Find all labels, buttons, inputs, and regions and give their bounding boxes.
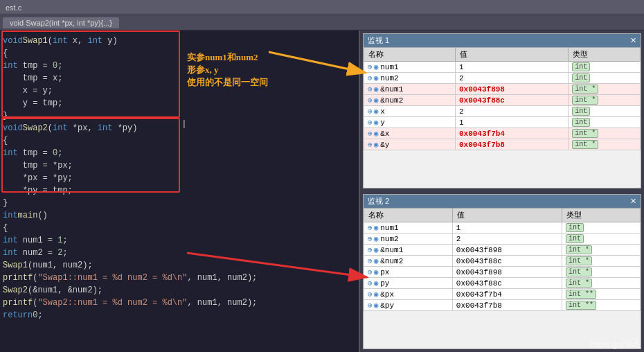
row-icon: ◉ bbox=[374, 85, 379, 94]
table-row: ⊕◉px0x0043f898int * bbox=[364, 267, 641, 278]
watch1-col-name: 名称 bbox=[364, 48, 456, 62]
table-row: ⊕◉num11int bbox=[364, 62, 641, 73]
expand-icon[interactable]: ⊕ bbox=[368, 130, 373, 138]
watch-row-type: int ** bbox=[562, 289, 641, 300]
watch-row-name: ⊕◉&px bbox=[364, 289, 453, 300]
watch-row-value: 2 bbox=[452, 234, 562, 245]
watch-row-type: int * bbox=[562, 245, 641, 256]
watch-row-type: int * bbox=[569, 84, 641, 95]
code-line: *py = tmp; bbox=[3, 184, 356, 197]
expand-icon[interactable]: ⊕ bbox=[368, 141, 373, 149]
code-panel[interactable]: void Swap1(int x, int y) { int tmp = 0; … bbox=[0, 30, 360, 352]
watch-row-value: 2 bbox=[455, 106, 568, 117]
watch2-col-type: 类型 bbox=[562, 209, 641, 222]
table-row: ⊕◉&px0x0043f7b4int ** bbox=[364, 289, 641, 300]
type-badge: int bbox=[566, 223, 584, 232]
watch2-close-icon[interactable]: ✕ bbox=[630, 197, 636, 206]
code-line: y = tmp; bbox=[3, 97, 356, 109]
watch2-title-bar: 监视 2 ✕ bbox=[364, 195, 641, 208]
expand-icon[interactable]: ⊕ bbox=[368, 118, 373, 127]
type-badge: int bbox=[572, 107, 590, 116]
row-icon: ◉ bbox=[374, 301, 379, 310]
watch1-close-icon[interactable]: ✕ bbox=[630, 36, 636, 45]
expand-icon[interactable]: ⊕ bbox=[368, 301, 373, 310]
expand-icon[interactable]: ⊕ bbox=[368, 96, 373, 105]
code-line: *px = *py; bbox=[3, 172, 356, 184]
watch1-title: 监视 1 bbox=[368, 35, 389, 46]
watch1-col-type: 类型 bbox=[569, 48, 641, 62]
expand-icon[interactable]: ⊕ bbox=[368, 235, 373, 243]
watch-row-name: ⊕◉num1 bbox=[364, 222, 453, 234]
table-row: ⊕◉py0x0043f88cint * bbox=[364, 278, 641, 289]
code-line: { bbox=[3, 47, 356, 60]
code-line: { bbox=[3, 134, 356, 147]
watch-row-type: int * bbox=[562, 256, 641, 267]
code-line: tmp = x; bbox=[3, 72, 356, 85]
expand-icon[interactable]: ⊕ bbox=[368, 63, 373, 71]
watch-row-name: ⊕◉&y bbox=[364, 139, 456, 150]
watch-row-name: ⊕◉py bbox=[364, 278, 453, 289]
watch-row-value: 0x0043f88c bbox=[452, 256, 562, 267]
watch-row-type: int bbox=[562, 234, 641, 245]
table-row: ⊕◉&num10x0043f898int * bbox=[364, 245, 641, 256]
watch1-table: 名称 值 类型 ⊕◉num11int⊕◉num22int⊕◉&num10x004… bbox=[364, 47, 641, 188]
code-line: int tmp = 0; bbox=[3, 60, 356, 72]
row-icon: ◉ bbox=[374, 130, 379, 138]
watch-row-value: 1 bbox=[455, 117, 568, 128]
watch-row-type: int * bbox=[569, 95, 641, 106]
type-badge: int ** bbox=[566, 301, 596, 310]
watch-row-value: 0x0043f88c bbox=[455, 95, 568, 106]
watch2-title: 监视 2 bbox=[368, 196, 389, 206]
watch-row-name: ⊕◉num2 bbox=[364, 73, 456, 84]
code-line: void Swap1(int x, int y) bbox=[3, 35, 356, 47]
code-line: int num1 = 1; bbox=[3, 234, 356, 247]
expand-icon[interactable]: ⊕ bbox=[368, 246, 373, 254]
table-row: ⊕◉x2int bbox=[364, 106, 641, 117]
code-line: } bbox=[3, 109, 356, 122]
row-icon: ◉ bbox=[374, 246, 379, 254]
table-row: ⊕◉&num10x0043f898int * bbox=[364, 84, 641, 95]
row-icon: ◉ bbox=[374, 74, 379, 82]
expand-icon[interactable]: ⊕ bbox=[368, 257, 373, 265]
watch-row-type: int * bbox=[562, 278, 641, 289]
watch1-title-bar: 监视 1 ✕ bbox=[364, 34, 641, 47]
watch-row-type: int bbox=[569, 106, 641, 117]
expand-icon[interactable]: ⊕ bbox=[368, 224, 373, 232]
watch-row-type: int bbox=[569, 62, 641, 73]
type-badge: int bbox=[566, 234, 584, 243]
code-line: x = y; bbox=[3, 85, 356, 97]
table-row: ⊕◉&y0x0043f7b8int * bbox=[364, 139, 641, 150]
code-line: } bbox=[3, 197, 356, 209]
watch-row-value: 0x0043f7b8 bbox=[452, 300, 562, 311]
row-icon: ◉ bbox=[374, 96, 379, 105]
table-row: ⊕◉num22int bbox=[364, 234, 641, 245]
type-badge: int * bbox=[572, 96, 598, 105]
expand-icon[interactable]: ⊕ bbox=[368, 268, 373, 276]
code-line: int tmp = 0; bbox=[3, 147, 356, 159]
type-badge: int bbox=[572, 62, 590, 71]
watch-row-type: int bbox=[569, 73, 641, 84]
expand-icon[interactable]: ⊕ bbox=[368, 85, 373, 94]
watch-row-value: 0x0043f898 bbox=[452, 245, 562, 256]
watermark: CSDN @原来45 bbox=[590, 341, 640, 351]
row-icon: ◉ bbox=[374, 268, 379, 276]
expand-icon[interactable]: ⊕ bbox=[368, 107, 373, 116]
type-badge: int bbox=[572, 73, 590, 82]
row-icon: ◉ bbox=[374, 107, 379, 116]
type-badge: int * bbox=[566, 256, 592, 265]
watch-row-value: 2 bbox=[455, 73, 568, 84]
type-badge: int * bbox=[566, 245, 592, 254]
table-row: ⊕◉num22int bbox=[364, 73, 641, 84]
table-row: ⊕◉&num20x0043f88cint * bbox=[364, 95, 641, 106]
tab-bar: void Swap2(int *px, int *py){...} bbox=[0, 15, 644, 30]
window-title: est.c bbox=[6, 3, 21, 12]
active-tab[interactable]: void Swap2(int *px, int *py){...} bbox=[3, 17, 119, 28]
expand-icon[interactable]: ⊕ bbox=[368, 290, 373, 299]
expand-icon[interactable]: ⊕ bbox=[368, 279, 373, 288]
watch-row-value: 0x0043f898 bbox=[452, 267, 562, 278]
watch2-col-value: 值 bbox=[452, 209, 562, 222]
table-row: ⊕◉&x0x0043f7b4int * bbox=[364, 128, 641, 139]
ide-window: est.c void Swap2(int *px, int *py){...} … bbox=[0, 0, 644, 352]
expand-icon[interactable]: ⊕ bbox=[368, 74, 373, 82]
code-line: void Swap2(int *px, int *py) bbox=[3, 122, 356, 134]
